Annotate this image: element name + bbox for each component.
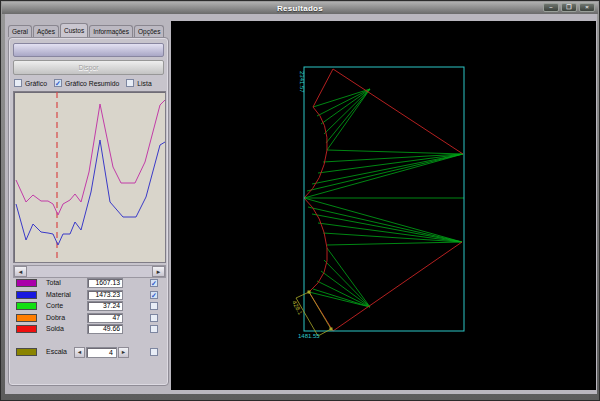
cost-visible-checkbox[interactable]: ✓ [150, 291, 158, 299]
cost-value-field[interactable]: 1607.13 [87, 278, 123, 288]
cost-label: Dobra [46, 314, 65, 321]
chart-scrollbar[interactable]: ◄ ► [13, 265, 166, 278]
cost-visible-checkbox[interactable] [150, 302, 158, 310]
vertex-marker [308, 291, 311, 294]
color-swatch [16, 325, 37, 333]
escala-row: Escala ◄ 4 ► [13, 347, 165, 359]
view-option[interactable]: Gráfico [14, 79, 47, 87]
cad-viewport[interactable]: 2341.571481.55428.1 [171, 21, 596, 390]
view-option-label: Lista [137, 80, 151, 87]
cost-visible-checkbox[interactable] [150, 325, 158, 333]
minimize-button[interactable]: – [543, 3, 559, 12]
costs-panel: Dispor Gráfico✓Gráfico ResumidoLista ◄ ►… [8, 37, 169, 386]
fold-line [321, 271, 370, 307]
pattern-outline [333, 242, 462, 331]
view-option[interactable]: Lista [126, 79, 151, 87]
window-title: Resultados [277, 4, 323, 13]
escala-label: Escala [46, 348, 67, 355]
escala-checkbox[interactable] [150, 348, 158, 356]
tab-geral[interactable]: Geral [8, 25, 32, 37]
pattern-outline [304, 107, 327, 198]
escala-swatch [16, 348, 37, 356]
cost-value-field[interactable]: 1473.23 [87, 290, 123, 300]
fold-line [304, 198, 462, 242]
tab-strip: GeralAçõesCustosInformaçõesOpções [8, 23, 165, 37]
cost-visible-checkbox[interactable] [150, 314, 158, 322]
close-button[interactable]: × [579, 3, 595, 12]
cost-chart [13, 91, 166, 263]
cost-visible-checkbox[interactable]: ✓ [150, 279, 158, 287]
pattern-outline [304, 198, 327, 292]
view-option-label: Gráfico [25, 80, 47, 87]
scroll-right-button[interactable]: ► [152, 266, 165, 277]
fold-line [327, 150, 463, 154]
scroll-left-button[interactable]: ◄ [14, 266, 27, 277]
tab-informações[interactable]: Informações [89, 25, 133, 37]
cost-row: Material1473.23✓ [13, 290, 165, 302]
cost-value-field[interactable]: 37.24 [87, 301, 123, 311]
cost-row: Solda49.66 [13, 324, 165, 336]
fold-line [312, 214, 462, 242]
action-button[interactable]: Dispor [13, 60, 164, 75]
cost-label: Total [46, 279, 61, 286]
escala-decrement-button[interactable]: ◄ [74, 347, 85, 358]
stock-sheet-outline [304, 67, 464, 331]
view-options-row: Gráfico✓Gráfico ResumidoLista [14, 78, 166, 88]
color-swatch [16, 291, 37, 299]
cost-row: Total1607.13✓ [13, 278, 165, 290]
pattern-outline [333, 69, 463, 154]
checkbox-icon[interactable]: ✓ [54, 79, 62, 87]
fold-line [317, 281, 370, 307]
tab-custos[interactable]: Custos [60, 23, 88, 37]
title-bar[interactable]: Resultados – ❐ × [2, 2, 598, 14]
fold-line [304, 154, 463, 198]
cost-rows: Total1607.13✓Material1473.23✓Corte37.24D… [13, 278, 165, 336]
fold-line [327, 89, 370, 150]
fold-line [317, 89, 370, 116]
series-material [16, 140, 165, 245]
escala-increment-button[interactable]: ► [118, 347, 129, 358]
header-bar [13, 43, 164, 57]
dimension-label: 2341.57 [299, 71, 305, 93]
vertex-marker [330, 328, 333, 331]
cost-row: Dobra47 [13, 313, 165, 325]
cost-label: Material [46, 291, 71, 298]
restore-button[interactable]: ❐ [561, 3, 577, 12]
escala-value-field[interactable]: 4 [86, 347, 117, 358]
view-option-label: Gráfico Resumido [65, 80, 119, 87]
fold-line [318, 154, 463, 173]
fold-line [327, 242, 462, 245]
app-window: Resultados – ❐ × GeralAçõesCustosInforma… [0, 0, 600, 401]
view-option[interactable]: ✓Gráfico Resumido [54, 79, 119, 87]
checkbox-icon[interactable] [14, 79, 22, 87]
window-body: GeralAçõesCustosInformaçõesOpções Dispor… [5, 14, 597, 394]
cost-value-field[interactable]: 47 [87, 313, 123, 323]
color-swatch [16, 302, 37, 310]
cost-row: Corte37.24 [13, 301, 165, 313]
fold-line [307, 154, 463, 191]
series-total [16, 100, 165, 215]
dimension-label: 428.1 [291, 300, 304, 317]
color-swatch [16, 314, 37, 322]
cost-label: Solda [46, 325, 64, 332]
color-swatch [16, 279, 37, 287]
fold-line [324, 89, 370, 134]
tab-opções[interactable]: Opções [134, 25, 164, 37]
cost-label: Corte [46, 302, 63, 309]
cost-value-field[interactable]: 49.66 [87, 324, 123, 334]
tab-ações[interactable]: Ações [33, 25, 59, 37]
dimension-label: 1481.55 [298, 333, 320, 339]
checkbox-icon[interactable] [126, 79, 134, 87]
